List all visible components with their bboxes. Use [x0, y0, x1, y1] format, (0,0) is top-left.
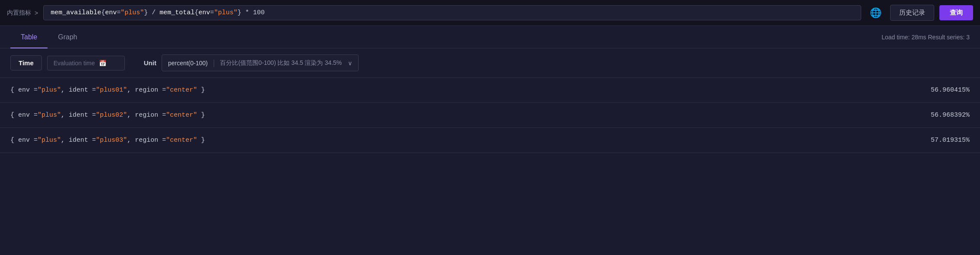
query-keyword: mem_available: [51, 9, 101, 16]
query-close-brace1: }: [144, 9, 148, 16]
tabs-row: Table Graph Load time: 28ms Result serie…: [0, 26, 980, 48]
query-div: /: [148, 9, 159, 16]
query-env-val2: "plus": [214, 9, 237, 16]
top-bar: 内置指标 > mem_available{env="plus"} / mem_t…: [0, 0, 980, 26]
calendar-icon: 📅: [99, 60, 106, 67]
query-open-brace2: {: [194, 9, 198, 16]
toolbar-row: Time Evaluation time 📅 Unit percent(0-10…: [0, 48, 980, 78]
table-row: { env ="plus", ident ="plus03", region =…: [0, 128, 980, 153]
unit-label: Unit: [144, 59, 156, 67]
time-button[interactable]: Time: [10, 55, 42, 70]
breadcrumb-label: 内置指标: [7, 9, 31, 17]
eval-time-placeholder: Evaluation time: [54, 60, 95, 67]
top-bar-right: 🌐 历史记录 查询: [866, 5, 973, 21]
tab-table-label: Table: [21, 33, 37, 41]
table-row: { env ="plus", ident ="plus02", region =…: [0, 103, 980, 128]
tab-graph-label: Graph: [58, 33, 77, 41]
chevron-down-icon: ∨: [348, 60, 352, 67]
result-meta: Load time: 28ms Result series: 3: [881, 34, 970, 41]
data-table: { env ="plus", ident ="plus01", region =…: [0, 78, 980, 153]
tabs: Table Graph: [10, 26, 88, 48]
row-value-1: 56.960415%: [931, 86, 970, 94]
table-row: { env ="plus", ident ="plus01", region =…: [0, 78, 980, 103]
tab-table[interactable]: Table: [10, 26, 48, 48]
row-label-2: { env ="plus", ident ="plus02", region =…: [10, 112, 205, 119]
query-env-val1: "plus": [121, 9, 144, 16]
breadcrumb-arrow: >: [35, 10, 38, 16]
row-label-1: { env ="plus", ident ="plus01", region =…: [10, 86, 205, 94]
unit-description-text: 百分比(值范围0-100) 比如 34.5 渲染为 34.5%: [220, 59, 342, 67]
unit-select-dropdown[interactable]: percent(0-100) | 百分比(值范围0-100) 比如 34.5 渲…: [162, 54, 359, 71]
unit-value: percent(0-100): [168, 60, 208, 67]
row-label-3: { env ="plus", ident ="plus03", region =…: [10, 137, 205, 144]
row-value-3: 57.019315%: [931, 137, 970, 144]
tab-graph[interactable]: Graph: [48, 26, 87, 48]
query-button[interactable]: 查询: [939, 5, 973, 20]
query-open-brace: {: [101, 9, 105, 16]
query-eq1: =: [117, 9, 121, 16]
globe-icon-button[interactable]: 🌐: [866, 6, 885, 20]
eval-time-picker[interactable]: Evaluation time 📅: [47, 56, 125, 70]
unit-separator: |: [212, 58, 216, 67]
query-input[interactable]: mem_available{env="plus"} / mem_total{en…: [43, 5, 861, 20]
query-env-key: env: [105, 9, 117, 16]
query-env-key2: env: [198, 9, 210, 16]
query-mem-total: mem_total: [159, 9, 194, 16]
query-multiply: * 100: [241, 9, 264, 16]
breadcrumb: 内置指标 >: [7, 9, 38, 17]
row-value-2: 56.968392%: [931, 112, 970, 119]
history-button[interactable]: 历史记录: [890, 5, 934, 21]
